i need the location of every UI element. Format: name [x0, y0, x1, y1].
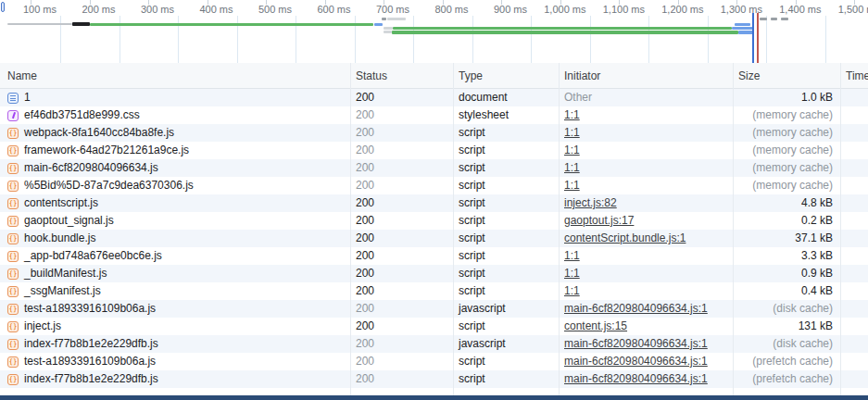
ruler-label: 600 ms	[317, 4, 354, 15]
type-cell: script	[453, 370, 559, 388]
size-cell: (memory cache)	[733, 142, 840, 159]
status-cell: 200	[350, 159, 453, 177]
script-icon	[7, 356, 19, 368]
table-row[interactable]: hook.bundle.js200scriptcontentScript.bun…	[0, 230, 868, 247]
request-name: _app-bd748a676ee0bc6e.js	[24, 247, 162, 265]
size-cell: (memory cache)	[733, 159, 840, 177]
table-row[interactable]: index-f77b8b1e2e229dfb.js200javascriptma…	[0, 335, 868, 353]
table-row[interactable]: test-a18933916109b06a.js200scriptmain-6c…	[0, 353, 868, 370]
column-divider[interactable]	[453, 63, 454, 395]
ruler-gridline	[648, 16, 649, 63]
status-cell: 200	[350, 194, 453, 212]
waterfall-bar-dark	[72, 22, 90, 26]
size-cell: (disk cache)	[733, 300, 840, 318]
column-header-name[interactable]: Name	[0, 63, 350, 88]
ruler-tick	[796, 0, 797, 5]
type-cell: script	[453, 177, 559, 194]
ruler-label: 900 ms	[494, 4, 531, 15]
column-header-status[interactable]: Status	[350, 63, 453, 88]
initiator-link[interactable]: inject.js:82	[564, 196, 617, 209]
table-row[interactable]: test-a18933916109b06a.js200javascriptmai…	[0, 300, 868, 318]
table-row[interactable]: index-f77b8b1e2e229dfb.js200scriptmain-6…	[0, 370, 868, 388]
ruler-label: 700 ms	[376, 4, 413, 15]
table-row[interactable]: _ssgManifest.js200script1:10.4 kB	[0, 282, 868, 300]
initiator-link[interactable]: contentScript.bundle.js:1	[564, 231, 686, 244]
time-cell	[840, 370, 868, 388]
ruler-gridline	[472, 16, 473, 63]
table-row[interactable]: ef46db3751d8e999.css200stylesheet1:1(mem…	[0, 106, 868, 124]
ruler-label: 1,100 ms	[603, 4, 648, 15]
ruler-gridline	[531, 16, 532, 63]
script-icon	[7, 198, 19, 209]
waterfall-bar-green	[392, 31, 738, 34]
initiator-link[interactable]: gaoptout.js:17	[564, 214, 634, 227]
ruler-gridline	[590, 16, 591, 63]
table-row[interactable]: %5Bid%5D-87a7c9dea6370306.js200script1:1…	[0, 177, 868, 194]
status-cell: 200	[350, 177, 453, 194]
time-cell	[840, 89, 868, 106]
initiator-link[interactable]: 1:1	[564, 267, 580, 280]
table-row[interactable]: _buildManifest.js200script1:10.9 kB	[0, 265, 868, 282]
column-divider[interactable]	[350, 63, 351, 395]
initiator-link[interactable]: 1:1	[564, 144, 580, 156]
waterfall-bar-midgray	[760, 18, 767, 20]
initiator-link[interactable]: main-6cf8209804096634.js:1	[564, 337, 708, 350]
request-name: 1	[24, 89, 31, 106]
time-cell	[840, 142, 868, 159]
initiator-link[interactable]: 1:1	[564, 108, 580, 121]
table-row[interactable]: framework-64ad27b21261a9ce.js200script1:…	[0, 142, 868, 159]
initiator-link[interactable]: 1:1	[564, 179, 580, 192]
time-cell	[840, 318, 868, 335]
column-header-type[interactable]: Type	[453, 63, 559, 88]
status-cell: 200	[350, 353, 453, 370]
initiator-link[interactable]: content.js:15	[564, 319, 627, 332]
ruler-label: 200 ms	[82, 4, 119, 15]
status-cell: 200	[350, 335, 453, 353]
ruler-tick	[501, 0, 502, 5]
script-icon	[7, 321, 19, 332]
ruler-gridline	[825, 16, 826, 63]
ruler-tick	[619, 0, 620, 5]
initiator-link[interactable]: 1:1	[564, 161, 580, 174]
initiator-link[interactable]: main-6cf8209804096634.js:1	[564, 355, 708, 368]
table-row[interactable]: contentscript.js200scriptinject.js:824.8…	[0, 194, 868, 212]
column-header-size[interactable]: Size	[733, 63, 840, 88]
column-header-time[interactable]: Time	[840, 63, 868, 88]
network-overview[interactable]: 100 ms200 ms300 ms400 ms500 ms600 ms700 …	[0, 0, 868, 64]
waterfall-bar-lightgray	[384, 31, 392, 33]
initiator-link[interactable]: 1:1	[564, 249, 580, 262]
script-icon	[7, 286, 19, 297]
column-header-initiator[interactable]: Initiator	[559, 63, 733, 88]
size-cell: 0.2 kB	[733, 212, 840, 230]
type-cell: script	[453, 265, 559, 282]
initiator-link[interactable]: 1:1	[564, 126, 580, 139]
devtools-network-panel: 100 ms200 ms300 ms400 ms500 ms600 ms700 …	[0, 0, 868, 400]
request-list: 1200documentOther1.0 kBef46db3751d8e999.…	[0, 89, 868, 388]
waterfall-bar-gray	[7, 23, 72, 25]
time-cell	[840, 265, 868, 282]
table-row[interactable]: 1200documentOther1.0 kB	[0, 89, 868, 106]
request-name: index-f77b8b1e2e229dfb.js	[24, 335, 158, 353]
ruler-tick	[384, 0, 384, 5]
table-header: Name Status Type Initiator Size Time	[0, 63, 868, 89]
table-row[interactable]: webpack-8fa1640cc84ba8fe.js200script1:1(…	[0, 124, 868, 142]
column-divider[interactable]	[840, 63, 841, 395]
initiator-link[interactable]: main-6cf8209804096634.js:1	[564, 372, 708, 385]
table-row[interactable]: gaoptout_signal.js200scriptgaoptout.js:1…	[0, 212, 868, 230]
waterfall-bar-blue	[738, 31, 753, 34]
script-icon	[7, 269, 19, 280]
drawer-edge	[0, 395, 868, 400]
table-row[interactable]: _app-bd748a676ee0bc6e.js200script1:13.3 …	[0, 247, 868, 265]
column-divider[interactable]	[733, 63, 734, 395]
overview-cursor-icon	[1, 2, 5, 12]
initiator-link[interactable]: main-6cf8209804096634.js:1	[564, 302, 708, 315]
status-cell: 200	[350, 300, 453, 318]
script-icon	[7, 181, 19, 192]
table-row[interactable]: inject.js200scriptcontent.js:15131 kB	[0, 318, 868, 335]
type-cell: script	[453, 142, 559, 159]
column-divider[interactable]	[559, 63, 560, 395]
initiator-link[interactable]: 1:1	[564, 284, 580, 297]
size-cell: 37.1 kB	[733, 230, 840, 247]
size-cell: (disk cache)	[733, 335, 840, 353]
table-row[interactable]: main-6cf8209804096634.js200script1:1(mem…	[0, 159, 868, 177]
